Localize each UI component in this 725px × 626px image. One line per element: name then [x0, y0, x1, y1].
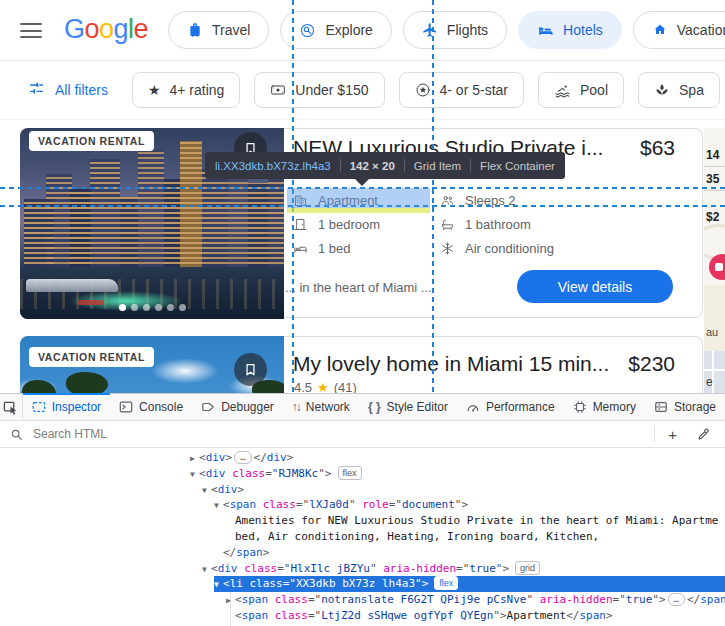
devtools-tab-performance[interactable]: Performance [457, 394, 564, 420]
listing-title[interactable]: My lovely home in Miami 15 min... [293, 352, 609, 376]
nav-pill-travel[interactable]: Travel [168, 11, 269, 49]
toolbar-separator [654, 426, 655, 442]
devtools-tab-label: Memory [593, 400, 636, 414]
filter-chip-under-150[interactable]: Under $150 [254, 72, 384, 108]
code-token: HlxIlc jBZYu [291, 562, 370, 575]
carousel-dot[interactable] [119, 304, 126, 311]
google-logo[interactable]: Google [64, 14, 148, 45]
code-token: span [236, 546, 263, 559]
pick-element-button[interactable] [0, 394, 23, 420]
amenity-label: 1 bathroom [465, 217, 531, 232]
devtools-tab-label: Console [139, 400, 183, 414]
nav-pill-explore[interactable]: Explore [280, 11, 391, 49]
expand-arrow[interactable]: ▼ [210, 498, 223, 514]
photo-building [164, 179, 180, 269]
amenity-1-bedroom: 1 bedroom [293, 217, 380, 232]
carousel-dot[interactable] [143, 304, 150, 311]
nav-pill-label: Hotels [563, 22, 603, 38]
nav-pill-vacation-rentals[interactable]: Vacation rentals [633, 11, 725, 49]
code-token: class [263, 498, 296, 511]
carousel-dot[interactable] [155, 304, 162, 311]
listing-photo[interactable]: VACATION RENTAL [20, 336, 284, 393]
ellipsis-badge[interactable]: … [234, 451, 251, 464]
devtools-tab-storage[interactable]: Storage [645, 394, 725, 420]
eyedropper-button[interactable] [690, 428, 717, 441]
code-token: </ [566, 609, 579, 622]
infobar-dimensions: 142 × 20 [350, 160, 395, 172]
code-token: div [218, 562, 238, 575]
review-count: (41) [334, 380, 357, 393]
tree-line[interactable]: bed, Air conditioning, Heating, Ironing … [0, 529, 725, 545]
expand-arrow[interactable]: ▼ [186, 467, 199, 483]
tree-line[interactable]: ▼<div class="HlxIlc jBZYu" aria-hidden="… [0, 561, 725, 577]
add-node-button[interactable]: + [661, 426, 684, 443]
expand-arrow[interactable]: ▼ [210, 577, 223, 593]
devtools-tab-label: Performance [486, 400, 555, 414]
devtools-tab-style-editor[interactable]: { } Style Editor [359, 394, 457, 420]
filter-chip-label: Spa [679, 82, 704, 98]
code-token: > [238, 483, 245, 496]
building-icon [293, 193, 308, 208]
save-bookmark-button[interactable] [234, 353, 267, 386]
menu-icon[interactable] [20, 23, 42, 38]
photo-building [120, 197, 138, 269]
code-token: > [226, 451, 233, 464]
devtools-tab-inspector[interactable]: Inspector [23, 394, 110, 420]
expand-arrow[interactable]: ▼ [198, 562, 211, 578]
expand-arrow[interactable]: ▶ [186, 451, 199, 467]
code-token: =" [389, 498, 402, 511]
flex-badge[interactable]: flex [338, 466, 362, 480]
inspector-icon [32, 400, 46, 414]
tree-line[interactable]: <span class="LtjZ2d sSHqwe ogfYpf QYEgn"… [0, 608, 725, 624]
nav-pill-hotels[interactable]: Hotels [518, 11, 622, 49]
view-details-button[interactable]: View details [517, 270, 673, 303]
html-markup-tree: ▶<div>…</div>▼<div class="RJM8Kc">flex▼<… [0, 448, 725, 626]
nav-pill-label: Flights [447, 22, 488, 38]
amenity-sleeps-2: Sleeps 2 [440, 193, 554, 208]
flex-badge[interactable]: flex [434, 576, 458, 590]
bath-icon [440, 217, 455, 232]
tree-line[interactable]: ▶<span class="notranslate F6G2T QPij9e p… [0, 592, 725, 608]
all-filters-label: All filters [55, 82, 108, 98]
tree-line[interactable]: ▶<div>…</div> [0, 450, 725, 466]
expand-arrow[interactable]: ▼ [198, 483, 211, 499]
tree-line[interactable]: ▼<span class="lXJa0d" role="document"> [0, 497, 725, 513]
search-html-input[interactable] [31, 426, 648, 442]
logo-letter: o [99, 14, 114, 44]
tree-line[interactable]: Amenities for NEW Luxurious Studio Priva… [0, 513, 725, 529]
filter-chip-label: 4+ rating [169, 82, 224, 98]
code-token: aria-hidden [540, 593, 613, 606]
listing-card[interactable]: VACATION RENTAL My lovely home in Miami … [20, 336, 703, 393]
devtools-tab-memory[interactable]: Memory [564, 394, 645, 420]
nav-pill-row: Travel Explore Flights Hotels Vacation r… [168, 11, 725, 49]
filter-chip-pool[interactable]: Pool [538, 72, 624, 108]
tree-line[interactable]: ▼<div class="RJM8Kc">flex [0, 466, 725, 482]
code-token: "> [455, 498, 468, 511]
logo-letter: g [114, 14, 129, 44]
carousel-dot[interactable] [179, 304, 186, 311]
devtools-tab-console[interactable]: Console [110, 394, 192, 420]
carousel-dot[interactable] [167, 304, 174, 311]
ellipsis-badge[interactable]: … [668, 593, 685, 606]
carousel-dots[interactable] [20, 304, 284, 311]
tree-line-selected[interactable]: ▼<li class="XX3dkb bX73z lh4a3">flex [0, 576, 725, 592]
tree-line[interactable]: </span> [0, 545, 725, 561]
nav-pill-flights[interactable]: Flights [403, 11, 507, 49]
map-strip[interactable]: 14 35 $2 au e [704, 128, 725, 393]
devtools-tab-network[interactable]: ↑↓ Network [283, 394, 359, 420]
carousel-dot[interactable] [131, 304, 138, 311]
tree-line[interactable]: ▼<div> [0, 482, 725, 498]
house-icon [652, 22, 668, 38]
code-token: " [526, 593, 539, 606]
filters-icon [28, 80, 45, 100]
all-filters-button[interactable]: All filters [28, 80, 108, 100]
grid-badge[interactable]: grid [515, 561, 540, 575]
filter-chip-4-rating[interactable]: ★ 4+ rating [132, 72, 240, 108]
expand-arrow[interactable]: ▶ [222, 593, 235, 609]
filter-chip-spa[interactable]: Spa [638, 72, 720, 108]
search-icon [8, 428, 25, 441]
code-token: class [275, 593, 308, 606]
devtools-tab-debugger[interactable]: Debugger [192, 394, 283, 420]
code-token: aria-hidden [383, 562, 456, 575]
filter-chip-4-or-5-star[interactable]: 4- or 5-star [399, 72, 524, 108]
